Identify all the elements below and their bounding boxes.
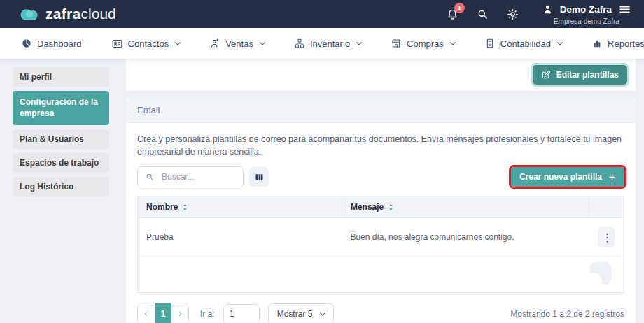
column-header-nombre[interactable]: Nombre [138, 196, 342, 218]
settings-sidebar: Mi perfil Configuración de la empresa Pl… [13, 67, 109, 196]
search-input[interactable] [160, 171, 236, 182]
contacts-icon [111, 38, 123, 50]
nav-label: Dashboard [37, 38, 82, 49]
nav-label: Ventas [225, 38, 253, 49]
loading-spinner [590, 262, 611, 285]
templates-toolbar: Editar plantillas [126, 59, 636, 91]
goto-page-label: Ir a: [200, 309, 215, 319]
table-controls: Crear nueva plantilla [137, 166, 624, 187]
user-name: Demo Zafra [560, 4, 612, 15]
chevron-down-icon [450, 39, 456, 45]
user-company: Empresa demo Zafra [554, 17, 620, 25]
reports-icon [592, 38, 603, 49]
sort-icon[interactable] [182, 203, 188, 212]
sidebar-item-configuracion-empresa[interactable]: Configuración de la empresa [13, 91, 109, 124]
cloud-logo-icon [18, 6, 42, 22]
column-header-mensaje[interactable]: Mensaje [342, 196, 589, 218]
search-box[interactable] [137, 166, 244, 187]
edit-pencil-icon [541, 70, 551, 80]
chevron-down-icon [175, 39, 181, 45]
chevron-down-icon [260, 39, 265, 45]
prev-page-button[interactable] [138, 303, 155, 323]
hamburger-menu-icon[interactable] [618, 3, 631, 16]
column-header-actions [589, 196, 624, 218]
user-menu[interactable]: Demo Zafra Empresa demo Zafra [542, 3, 631, 25]
section-title: Email [126, 98, 636, 123]
sidebar-item-espacios-trabajo[interactable]: Espacios de trabajo [13, 153, 109, 173]
pagination-bar: 1 Ir a: Mostrar 5 Mostrando 1 a 2 de 2 r… [137, 303, 624, 323]
columns-icon [254, 172, 265, 182]
cell-mensaje: Buen día, nos alegra comunicarnos contig… [342, 218, 589, 257]
records-summary: Mostrando 1 a 2 de 2 registros [510, 309, 624, 319]
notification-badge: 1 [454, 3, 465, 13]
nav-item-reportes[interactable]: Reportes [592, 38, 644, 49]
search-icon[interactable] [476, 8, 489, 21]
nav-label: Reportes [608, 38, 644, 49]
sales-icon [209, 38, 220, 49]
page-number-button[interactable]: 1 [155, 303, 172, 323]
section-description: Crea y personaliza plantillas de correo … [137, 133, 624, 158]
purchases-icon [391, 38, 402, 49]
pager: 1 [137, 303, 189, 323]
chevron-down-icon [320, 310, 326, 316]
cell-nombre: Prueba [138, 218, 342, 257]
page-size-select[interactable]: Mostrar 5 [268, 303, 335, 323]
row-actions-kebab-button[interactable]: ⋮ [598, 227, 615, 247]
create-template-button[interactable]: Crear nueva plantilla [511, 167, 624, 187]
chevron-down-icon [356, 39, 362, 45]
sidebar-item-plan-usuarios[interactable]: Plan & Usuarios [13, 129, 109, 149]
nav-item-dashboard[interactable]: Dashboard [21, 38, 82, 49]
search-icon [145, 172, 155, 182]
edit-templates-button[interactable]: Editar plantillas [533, 65, 627, 85]
email-templates-card: Email Crea y personaliza plantillas de c… [126, 98, 636, 323]
nav-label: Contabilidad [500, 38, 551, 49]
nav-item-contabilidad[interactable]: Contabilidad [484, 38, 562, 49]
templates-table: Nombre [137, 196, 624, 293]
nav-label: Contactos [128, 38, 169, 49]
nav-item-ventas[interactable]: Ventas [209, 38, 265, 49]
inventory-icon [294, 38, 305, 49]
top-navbar: zafracloud 1 [0, 0, 644, 28]
table-row[interactable]: Prueba Buen día, nos alegra comunicarnos… [138, 218, 624, 257]
app-logo[interactable]: zafracloud [18, 6, 116, 22]
sort-icon[interactable] [388, 203, 394, 212]
goto-page-input[interactable] [223, 304, 260, 323]
next-page-button[interactable] [172, 303, 188, 323]
column-settings-button[interactable] [249, 167, 269, 187]
theme-sun-icon[interactable] [506, 8, 519, 21]
nav-label: Compras [407, 38, 444, 49]
main-content: Editar plantillas Email Crea y personali… [126, 59, 636, 323]
module-navbar: Dashboard Contactos Ventas [0, 28, 644, 59]
gauge-icon [21, 38, 32, 49]
page-size-label: Mostrar 5 [277, 309, 313, 319]
column-label: Nombre [146, 202, 178, 212]
logo-text-bold: zafra [46, 6, 81, 22]
sidebar-item-log-historico[interactable]: Log Histórico [13, 177, 109, 196]
notifications-bell-icon[interactable]: 1 [446, 8, 459, 21]
plus-icon [608, 173, 616, 181]
accounting-icon [484, 38, 496, 49]
table-empty-area [138, 257, 624, 293]
nav-item-inventario[interactable]: Inventario [294, 38, 361, 49]
create-template-label: Crear nueva plantilla [519, 172, 602, 182]
sidebar-item-mi-perfil[interactable]: Mi perfil [13, 67, 109, 87]
user-avatar-icon [542, 3, 554, 15]
logo-text-light: cloud [81, 6, 116, 22]
nav-item-contactos[interactable]: Contactos [111, 38, 181, 50]
nav-label: Inventario [310, 38, 350, 49]
edit-templates-label: Editar plantillas [556, 70, 619, 80]
column-label: Mensaje [351, 202, 384, 212]
nav-item-compras[interactable]: Compras [391, 38, 455, 49]
chevron-down-icon [557, 39, 563, 45]
